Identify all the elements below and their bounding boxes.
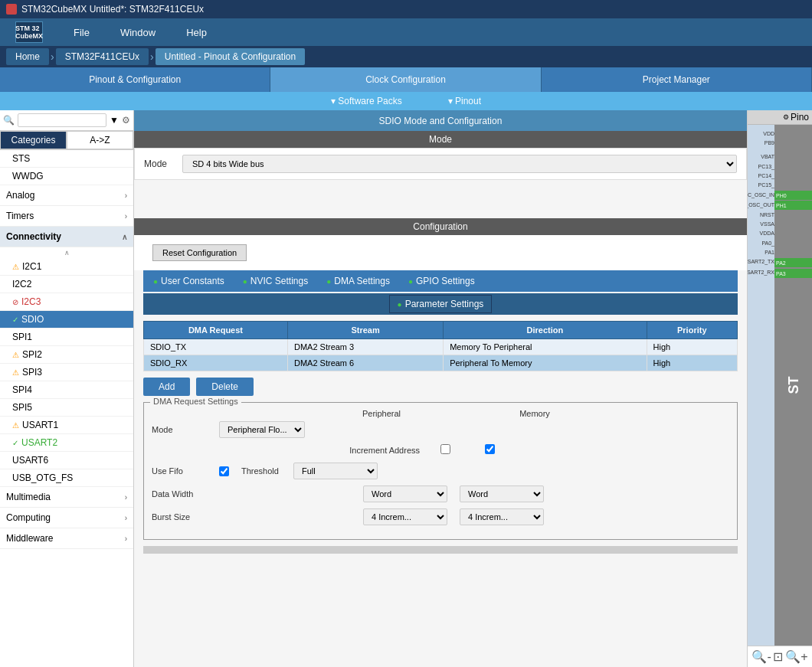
memory-increment-checkbox[interactable] xyxy=(485,444,495,454)
mode-settings-select[interactable]: Peripheral Flo... Normal Circular xyxy=(219,421,305,438)
config-tab-parameter[interactable]: ● Parameter Settings xyxy=(389,295,493,313)
burst-size-memory-select[interactable]: 4 Increm... Single Transfer 8 Incrementa… xyxy=(460,508,544,525)
increment-label: Increment Address xyxy=(152,446,420,455)
sidebar-item-i2c3[interactable]: ⊘ I2C3 xyxy=(0,293,133,311)
menu-window[interactable]: Window xyxy=(120,27,156,38)
pin-vdd: VDD xyxy=(763,131,774,136)
pin-vbat-body xyxy=(774,152,812,161)
sub-tab-pinout[interactable]: ▾ Pinout xyxy=(448,92,481,110)
mode-settings-row: Mode Peripheral Flo... Normal Circular xyxy=(152,421,729,438)
sidebar-category-timers[interactable]: Timers › xyxy=(0,206,133,227)
config-tab-user-constants[interactable]: ● User Constants xyxy=(145,272,233,290)
data-width-memory-select[interactable]: Word Byte Half Word xyxy=(460,486,544,502)
threshold-select[interactable]: Full 1/4 Full 1/2 Full 3/4 Full xyxy=(293,463,378,479)
pin-pa3: PA3 xyxy=(774,269,812,278)
config-tab-dma[interactable]: ● DMA Settings xyxy=(318,272,398,290)
menu-file[interactable]: File xyxy=(74,27,90,38)
sidebar-category-computing[interactable]: Computing › xyxy=(0,508,133,528)
sidebar-item-i2c1[interactable]: ⚠ I2C1 xyxy=(0,258,133,276)
sidebar-item-usart1[interactable]: ⚠ USART1 xyxy=(0,417,133,434)
add-button[interactable]: Add xyxy=(143,378,190,396)
sidebar-tab-categories[interactable]: Categories xyxy=(0,131,67,149)
pin-ph0: PH0 xyxy=(774,191,812,200)
dma-table: DMA Request Stream Direction Priority SD… xyxy=(143,321,738,371)
sidebar-category-middleware[interactable]: Middleware › xyxy=(0,528,133,549)
chip-panel: ⚙ Pino ST VDD PB9 VBAT PC13_ PC14_ PC15_… xyxy=(747,110,812,667)
peripheral-header: Peripheral xyxy=(305,409,458,418)
sub-tab-bar: ▾ Software Packs ▾ Pinout xyxy=(0,92,812,110)
sub-tab-software-packs[interactable]: ▾ Software Packs xyxy=(331,92,402,110)
breadcrumb-config[interactable]: Untitled - Pinout & Configuration xyxy=(156,48,305,65)
cell-stream3: DMA2 Stream 3 xyxy=(287,339,443,355)
pin-pa1: PA1 xyxy=(765,250,774,255)
sidebar-item-spi4[interactable]: SPI4 xyxy=(0,381,133,399)
tab-clock[interactable]: Clock Configuration xyxy=(270,67,541,92)
warning-icon-spi3: ⚠ xyxy=(12,368,19,377)
warning-icon-usart1: ⚠ xyxy=(12,421,19,430)
zoom-in-button[interactable]: 🔍+ xyxy=(785,649,807,664)
config-tab-nvic[interactable]: ● NVIC Settings xyxy=(234,272,316,290)
horizontal-scrollbar[interactable] xyxy=(143,546,738,554)
sidebar-item-sdio[interactable]: ✓ SDIO xyxy=(0,311,133,329)
pin-usart2-rx-label: USART2_RX xyxy=(748,270,774,275)
parameter-icon: ● xyxy=(398,300,402,309)
sidebar-item-sts[interactable]: STS xyxy=(0,150,133,168)
mode-settings-label: Mode xyxy=(152,425,213,434)
tab-project[interactable]: Project Manager xyxy=(542,67,812,92)
tab-pinout[interactable]: Pinout & Configuration xyxy=(0,67,270,92)
settings-icon[interactable]: ⚙ xyxy=(122,115,130,126)
table-row[interactable]: SDIO_TX DMA2 Stream 3 Memory To Peripher… xyxy=(144,339,738,355)
sidebar-category-multimedia[interactable]: Multimedia › xyxy=(0,487,133,508)
menu-help[interactable]: Help xyxy=(186,27,207,38)
cell-stream6: DMA2 Stream 6 xyxy=(287,355,443,371)
mode-select[interactable]: SD 4 bits Wide bus Disable SD 1 bit Wide… xyxy=(182,155,737,173)
burst-size-peripheral-select[interactable]: 4 Increm... Single Transfer 8 Incrementa… xyxy=(363,508,447,525)
pinout-tab[interactable]: ⚙ Pino xyxy=(748,110,812,125)
title-bar: STM32CubeMX Untitled*: STM32F411CEUx xyxy=(0,0,812,18)
burst-size-label: Burst Size xyxy=(152,512,213,522)
sidebar-category-connectivity[interactable]: Connectivity ∧ xyxy=(0,227,133,247)
action-buttons: Add Delete xyxy=(143,378,738,396)
col-direction: Direction xyxy=(444,322,647,339)
sidebar-item-i2c2[interactable]: I2C2 xyxy=(0,276,133,293)
search-input[interactable] xyxy=(18,113,106,127)
config-section-header: Configuration xyxy=(134,218,747,235)
sidebar-item-usb-otg[interactable]: USB_OTG_FS xyxy=(0,469,133,487)
sidebar-tab-az[interactable]: A->Z xyxy=(67,131,133,149)
sidebar-item-spi5[interactable]: SPI5 xyxy=(0,399,133,417)
zoom-out-button[interactable]: 🔍- xyxy=(751,649,771,664)
peripheral-increment-checkbox[interactable] xyxy=(440,444,450,454)
pin-pc14: PC14_ xyxy=(758,173,774,178)
pin-rcc-osc-in-label: RCC_OSC_IN xyxy=(748,192,774,198)
table-row-selected[interactable]: SDIO_RX DMA2 Stream 6 Peripheral To Memo… xyxy=(144,355,738,371)
fit-button[interactable]: ⊡ xyxy=(773,649,783,664)
logo-box: STM 32CubeMX xyxy=(15,21,43,43)
connectivity-expand-icon: ∧ xyxy=(122,233,127,241)
sidebar-item-spi1[interactable]: SPI1 xyxy=(0,329,133,346)
sidebar-item-spi3[interactable]: ⚠ SPI3 xyxy=(0,364,133,381)
sidebar-item-spi2[interactable]: ⚠ SPI2 xyxy=(0,346,133,364)
breadcrumb-home[interactable]: Home xyxy=(6,48,49,65)
use-fifo-checkbox[interactable] xyxy=(219,466,229,476)
data-width-peripheral-select[interactable]: Word Byte Half Word xyxy=(363,486,447,502)
chip-st-label: ST xyxy=(786,376,802,394)
menu-bar: STM 32CubeMX File Window Help xyxy=(0,18,812,46)
sidebar-item-usart2[interactable]: ✓ USART2 xyxy=(0,434,133,452)
ok-icon: ✓ xyxy=(12,316,18,324)
sidebar: 🔍 ▼ ⚙ Categories A->Z STS WWDG Analog › xyxy=(0,110,134,667)
config-tabs: ● User Constants ● NVIC Settings ● DMA S… xyxy=(143,270,738,292)
increment-address-row: Increment Address xyxy=(152,444,729,456)
nvic-icon: ● xyxy=(243,277,247,286)
config-tab-gpio[interactable]: ● GPIO Settings xyxy=(400,272,483,290)
sidebar-category-analog[interactable]: Analog › xyxy=(0,185,133,206)
delete-button[interactable]: Delete xyxy=(196,378,254,396)
search-dropdown-icon[interactable]: ▼ xyxy=(110,115,119,126)
reset-configuration-button[interactable]: Reset Configuration xyxy=(152,244,247,261)
cell-dir-tx: Memory To Peripheral xyxy=(444,339,647,355)
sidebar-item-usart6[interactable]: USART6 xyxy=(0,452,133,469)
app-icon xyxy=(6,4,17,15)
breadcrumb-device[interactable]: STM32F411CEUx xyxy=(56,48,149,65)
use-fifo-row: Use Fifo Threshold Full 1/4 Full 1/2 Ful… xyxy=(152,463,729,479)
sidebar-item-wwdg[interactable]: WWDG xyxy=(0,168,133,185)
memory-header: Memory xyxy=(458,409,611,418)
